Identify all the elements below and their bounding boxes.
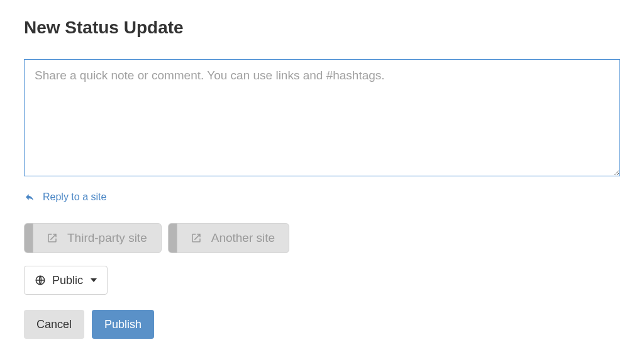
share-target-label: Third-party site — [67, 231, 147, 245]
reply-to-site-link[interactable]: Reply to a site — [43, 191, 106, 203]
share-toggle-handle[interactable] — [25, 224, 33, 253]
visibility-row: Public — [24, 266, 620, 295]
publish-button[interactable]: Publish — [92, 310, 154, 339]
share-targets-row: Third-party site Another site — [24, 223, 620, 253]
status-textarea[interactable] — [24, 59, 620, 176]
cancel-button[interactable]: Cancel — [24, 310, 84, 339]
page-title: New Status Update — [24, 18, 620, 38]
visibility-dropdown[interactable]: Public — [24, 266, 108, 295]
reply-link-row: Reply to a site — [24, 191, 620, 203]
visibility-label: Public — [52, 274, 83, 287]
share-target-third-party[interactable]: Third-party site — [24, 223, 162, 253]
reply-icon — [24, 191, 35, 203]
share-target-another-site[interactable]: Another site — [168, 223, 289, 253]
chevron-down-icon — [91, 278, 97, 282]
share-icon — [190, 232, 203, 244]
share-toggle-handle[interactable] — [169, 224, 177, 253]
action-row: Cancel Publish — [24, 310, 620, 339]
globe-icon — [35, 275, 46, 286]
share-target-label: Another site — [211, 231, 275, 245]
share-icon — [46, 232, 58, 244]
